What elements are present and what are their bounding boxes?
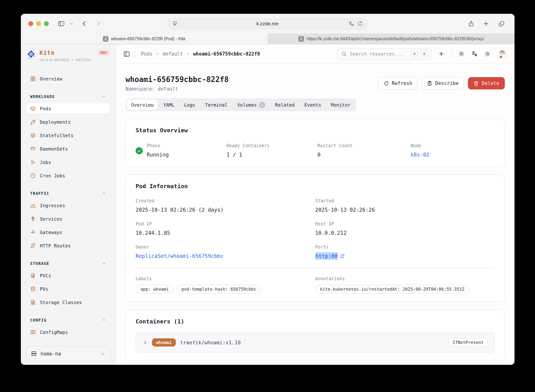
sidebar-item-label: Ingresses: [40, 202, 65, 208]
brand-version: v0.0.0-b02391b • b02391b: [39, 58, 91, 62]
forward-icon[interactable]: [95, 14, 101, 33]
refresh-button[interactable]: Refresh: [378, 77, 418, 89]
trash-icon: [474, 81, 479, 86]
field-started: Started 2025-10-13 02:26:26: [315, 198, 495, 214]
reader-icon[interactable]: [172, 21, 191, 26]
jobs-icon: [30, 159, 36, 165]
tab-terminal[interactable]: Terminal: [201, 99, 232, 110]
back-icon[interactable]: [81, 14, 88, 33]
new-badge: NEW: [98, 50, 110, 56]
section-title: WORKLOADS: [30, 94, 55, 99]
sidebar-section-storage[interactable]: STORAGE: [26, 258, 110, 269]
zoom-window-button[interactable]: [44, 21, 49, 26]
browser-sidebar-toggle-icon[interactable]: [58, 14, 65, 33]
sidebar-item-pods[interactable]: Pods: [26, 103, 110, 114]
panel-toggle-icon[interactable]: [123, 51, 130, 57]
breadcrumb: Pods default whoami-656759cbbc-822f8: [141, 51, 260, 57]
sidebar-item-ingresses[interactable]: Ingresses: [26, 200, 110, 210]
sidebar-item-label: ConfigMaps: [40, 329, 68, 335]
sidebar-section-workloads[interactable]: WORKLOADS: [26, 91, 110, 102]
tab-logs[interactable]: Logs: [180, 99, 200, 110]
search-input[interactable]: Search resources... ⌘ K: [337, 48, 431, 59]
sidebar-item-statefulsets[interactable]: StatefulSets: [26, 130, 110, 140]
tab-overview-icon[interactable]: [498, 14, 505, 33]
browser-tab-inactive[interactable]: Z https://k.zzde.me:8443/api/v1/namespac…: [268, 33, 515, 44]
sidebar-section-traffic[interactable]: TRAFFIC: [26, 188, 110, 199]
deployments-icon: [30, 119, 36, 125]
status-check-icon: [136, 147, 143, 154]
breadcrumb-namespace[interactable]: default: [163, 51, 183, 57]
tab-yaml[interactable]: YAML: [159, 99, 179, 110]
new-tab-icon[interactable]: [483, 14, 489, 33]
sidebar-item-services[interactable]: Services: [26, 214, 110, 224]
chevron-down-icon[interactable]: [69, 14, 73, 33]
tab-monitor[interactable]: Monitor: [326, 99, 355, 110]
add-resource-icon[interactable]: [438, 51, 444, 57]
sidebar-item-httproutes[interactable]: HTTP Routes: [26, 240, 110, 251]
container-row[interactable]: whoami traefik/whoami:v1.10 IfNotPresent: [136, 332, 495, 353]
clipboard-icon: [427, 81, 432, 86]
sidebar-item-label: Pods: [40, 106, 51, 111]
field-created: Created 2025-10-13 02:26:26 (2 days): [136, 198, 315, 214]
sidebar-item-pvs[interactable]: PVs: [26, 284, 110, 294]
sidebar-item-deployments[interactable]: Deployments: [26, 117, 110, 127]
reload-icon[interactable]: [357, 21, 363, 26]
overview-grid-icon: [30, 76, 36, 81]
label-pill: app: whoami: [136, 285, 174, 294]
sidebar-item-overview[interactable]: Overview: [26, 73, 110, 84]
httproutes-icon: [30, 243, 36, 248]
close-window-button[interactable]: [28, 21, 33, 26]
language-icon[interactable]: [471, 51, 478, 57]
refresh-label: Refresh: [392, 80, 412, 86]
field-annotations: Annotations kite.kubernetes.io/restarted…: [315, 276, 495, 294]
search-icon: [341, 51, 347, 57]
tab-overview[interactable]: Overview: [127, 99, 158, 110]
tab-related[interactable]: Related: [271, 99, 299, 110]
sidebar-item-jobs[interactable]: Jobs: [26, 157, 110, 167]
sidebar-item-storageclasses[interactable]: Storage Classes: [26, 297, 110, 308]
browser-tab-active[interactable]: Z whoami-656759cbbc-822f8 (Pod) - Kite: [21, 33, 268, 44]
delete-button[interactable]: Delete: [468, 77, 505, 89]
pull-policy-badge: IfNotPresent: [449, 338, 488, 347]
describe-label: Describe: [435, 80, 459, 86]
minimize-window-button[interactable]: [36, 21, 41, 26]
volumes-count-badge: 1: [259, 102, 265, 108]
external-link-icon[interactable]: [340, 254, 345, 258]
page-subtitle: Namespace: default: [126, 86, 229, 92]
cluster-name: home-ha: [41, 351, 97, 356]
address-bar[interactable]: k.zzde.me: [168, 18, 367, 29]
browser-window: k.zzde.me: [21, 14, 515, 365]
avatar[interactable]: [497, 49, 507, 59]
chevron-right-icon: [143, 340, 148, 345]
sidebar-item-pvcs[interactable]: PVCs: [26, 270, 110, 280]
cluster-selector[interactable]: home-ha: [26, 346, 110, 361]
sidebar-item-gateways[interactable]: Gateways: [26, 227, 110, 237]
sidebar-item-daemonsets[interactable]: DaemonSets: [26, 144, 110, 154]
owner-link[interactable]: ReplicaSet/whoami-656759cbbc: [136, 252, 315, 260]
tab-volumes[interactable]: Volumes1: [233, 99, 270, 110]
describe-button[interactable]: Describe: [422, 77, 464, 89]
daemonsets-icon: [30, 146, 36, 151]
gear-icon[interactable]: [458, 51, 465, 57]
refresh-icon: [384, 81, 389, 86]
tab-events[interactable]: Events: [300, 99, 326, 110]
node-link[interactable]: k8s-02: [411, 151, 495, 158]
sidebar-item-label: Gateways: [40, 229, 62, 235]
sidebar-item-cronjobs[interactable]: Cron Jobs: [26, 170, 110, 181]
card-title: Containers (1): [136, 317, 495, 326]
port-link[interactable]: http:80: [315, 252, 338, 260]
card-title: Pod Information: [136, 182, 495, 190]
address-text[interactable]: k.zzde.me: [191, 21, 344, 26]
sidebar-section-config[interactable]: CONFIG: [26, 315, 110, 325]
storageclasses-icon: [30, 299, 36, 305]
breadcrumb-pods[interactable]: Pods: [141, 51, 153, 57]
theme-toggle-icon[interactable]: [484, 51, 491, 57]
main-scroll-area[interactable]: whoami-656759cbbc-822f8 Namespace: defau…: [116, 64, 515, 365]
chevron-up-icon: [102, 318, 106, 322]
browser-tab-title: https://k.zzde.me:8443/api/v1/namespaces…: [307, 37, 484, 41]
sidebar-item-configmaps[interactable]: ConfigMaps: [26, 327, 110, 337]
share-icon[interactable]: [468, 14, 474, 33]
traffic-lights: [28, 21, 49, 26]
card-title: Status Overview: [136, 126, 495, 135]
translate-icon[interactable]: [348, 21, 354, 27]
